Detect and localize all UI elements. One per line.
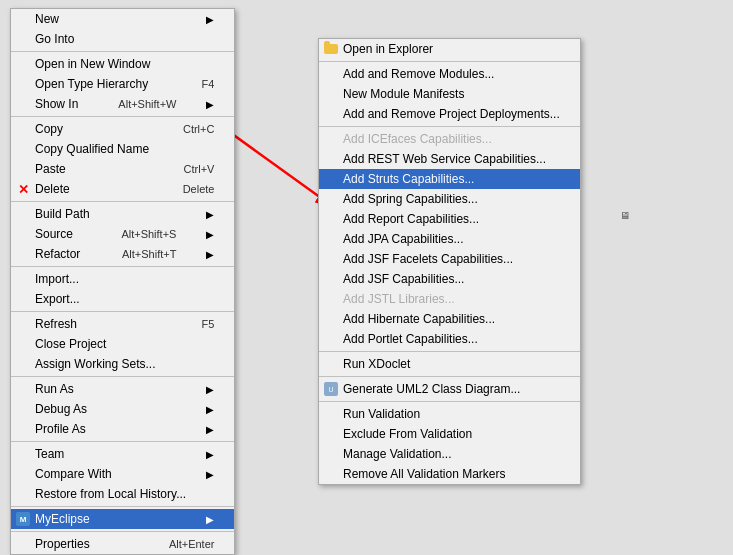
submenu-arrow-team: ▶ bbox=[206, 449, 214, 460]
submenu-arrow-new: ▶ bbox=[206, 14, 214, 25]
menu-item-close-project[interactable]: Close Project bbox=[11, 334, 234, 354]
menu-item-run-as[interactable]: Run As▶ bbox=[11, 379, 234, 399]
menu-item-myeclipse[interactable]: MMyEclipse▶ bbox=[11, 509, 234, 529]
menu-item-label-run-as: Run As bbox=[35, 382, 176, 396]
menu-item-new[interactable]: New▶ bbox=[11, 9, 234, 29]
submenu-arrow-refactor: ▶ bbox=[206, 249, 214, 260]
menu-item-assign-working-sets[interactable]: Assign Working Sets... bbox=[11, 354, 234, 374]
secondary-menu-item-add-report[interactable]: Add Report Capabilities... bbox=[319, 209, 580, 229]
secondary-menu-item-run-validation[interactable]: Run Validation bbox=[319, 404, 580, 424]
submenu-arrow-run-as: ▶ bbox=[206, 384, 214, 395]
secondary-context-menu: Open in ExplorerAdd and Remove Modules..… bbox=[318, 38, 581, 485]
secondary-menu-item-add-jpa[interactable]: Add JPA Capabilities... bbox=[319, 229, 580, 249]
menu-item-copy[interactable]: CopyCtrl+C bbox=[11, 119, 234, 139]
secondary-menu-item-new-module-manifests[interactable]: New Module Manifests bbox=[319, 84, 580, 104]
menu-item-label-open-new-window: Open in New Window bbox=[35, 57, 214, 71]
secondary-menu-item-label-add-rest: Add REST Web Service Capabilities... bbox=[343, 152, 560, 166]
secondary-menu-item-label-add-hibernate: Add Hibernate Capabilities... bbox=[343, 312, 560, 326]
menu-item-debug-as[interactable]: Debug As▶ bbox=[11, 399, 234, 419]
secondary-menu-item-exclude-validation[interactable]: Exclude From Validation bbox=[319, 424, 580, 444]
menu-item-refactor[interactable]: RefactorAlt+Shift+T▶ bbox=[11, 244, 234, 264]
secondary-menu-item-label-open-explorer: Open in Explorer bbox=[343, 42, 560, 56]
secondary-menu-item-label-add-struts: Add Struts Capabilities... bbox=[343, 172, 560, 186]
menu-item-label-debug-as: Debug As bbox=[35, 402, 176, 416]
menu-item-paste[interactable]: PasteCtrl+V bbox=[11, 159, 234, 179]
menu-item-label-new: New bbox=[35, 12, 176, 26]
menu-item-label-close-project: Close Project bbox=[35, 337, 214, 351]
secondary-menu-item-manage-validation[interactable]: Manage Validation... bbox=[319, 444, 580, 464]
secondary-menu-item-label-manage-validation: Manage Validation... bbox=[343, 447, 560, 461]
secondary-menu-item-add-jstl[interactable]: Add JSTL Libraries... bbox=[319, 289, 580, 309]
menu-shortcut-refactor: Alt+Shift+T bbox=[122, 248, 176, 260]
myeclipse-icon: M bbox=[15, 511, 31, 527]
secondary-menu-item-label-add-jpa: Add JPA Capabilities... bbox=[343, 232, 560, 246]
secondary-menu-item-add-remove-modules[interactable]: Add and Remove Modules... bbox=[319, 64, 580, 84]
secondary-menu-item-run-xdoclet[interactable]: Run XDoclet bbox=[319, 354, 580, 374]
menu-item-properties[interactable]: PropertiesAlt+Enter bbox=[11, 534, 234, 554]
menu-item-source[interactable]: SourceAlt+Shift+S▶ bbox=[11, 224, 234, 244]
menu-item-restore-local[interactable]: Restore from Local History... bbox=[11, 484, 234, 504]
secondary-menu-item-label-new-module-manifests: New Module Manifests bbox=[343, 87, 560, 101]
secondary-menu-item-add-jsf[interactable]: Add JSF Capabilities... bbox=[319, 269, 580, 289]
secondary-menu-item-label-add-portlet: Add Portlet Capabilities... bbox=[343, 332, 560, 346]
menu-item-label-open-type-hierarchy: Open Type Hierarchy bbox=[35, 77, 162, 91]
servers-label: 🖥 bbox=[620, 210, 634, 221]
menu-shortcut-delete: Delete bbox=[183, 183, 215, 195]
submenu-arrow-compare-with: ▶ bbox=[206, 469, 214, 480]
secondary-menu-item-label-add-report: Add Report Capabilities... bbox=[343, 212, 560, 226]
menu-item-label-paste: Paste bbox=[35, 162, 144, 176]
menu-item-label-delete: Delete bbox=[35, 182, 143, 196]
secondary-menu-item-label-add-jsf-facelets: Add JSF Facelets Capabilities... bbox=[343, 252, 560, 266]
separator-after-assign-working-sets bbox=[11, 376, 234, 377]
menu-item-label-myeclipse: MyEclipse bbox=[35, 512, 176, 526]
separator-after-restore-local bbox=[11, 506, 234, 507]
separator-after-show-in bbox=[11, 116, 234, 117]
menu-item-export[interactable]: Export... bbox=[11, 289, 234, 309]
secondary-menu-item-add-spring[interactable]: Add Spring Capabilities... bbox=[319, 189, 580, 209]
secondary-menu-item-remove-validation[interactable]: Remove All Validation Markers bbox=[319, 464, 580, 484]
menu-item-label-assign-working-sets: Assign Working Sets... bbox=[35, 357, 214, 371]
secondary-menu-item-add-rest[interactable]: Add REST Web Service Capabilities... bbox=[319, 149, 580, 169]
menu-item-label-source: Source bbox=[35, 227, 81, 241]
secondary-menu-item-label-add-icefaces: Add ICEfaces Capabilities... bbox=[343, 132, 560, 146]
menu-shortcut-copy: Ctrl+C bbox=[183, 123, 214, 135]
folder-icon bbox=[323, 41, 339, 57]
menu-item-import[interactable]: Import... bbox=[11, 269, 234, 289]
menu-shortcut-refresh: F5 bbox=[202, 318, 215, 330]
primary-context-menu: New▶Go IntoOpen in New WindowOpen Type H… bbox=[10, 8, 235, 555]
secondary-menu-item-label-remove-validation: Remove All Validation Markers bbox=[343, 467, 560, 481]
secondary-menu-item-generate-uml[interactable]: UGenerate UML2 Class Diagram... bbox=[319, 379, 580, 399]
secondary-menu-item-open-explorer[interactable]: Open in Explorer bbox=[319, 39, 580, 59]
secondary-menu-item-add-icefaces[interactable]: Add ICEfaces Capabilities... bbox=[319, 129, 580, 149]
menu-item-label-refresh: Refresh bbox=[35, 317, 162, 331]
menu-item-refresh[interactable]: RefreshF5 bbox=[11, 314, 234, 334]
separator-after-myeclipse bbox=[11, 531, 234, 532]
menu-item-delete[interactable]: ✕DeleteDelete bbox=[11, 179, 234, 199]
secondary-menu-item-label-run-xdoclet: Run XDoclet bbox=[343, 357, 560, 371]
menu-shortcut-show-in: Alt+Shift+W bbox=[118, 98, 176, 110]
menu-item-label-show-in: Show In bbox=[35, 97, 78, 111]
submenu-arrow-profile-as: ▶ bbox=[206, 424, 214, 435]
uml-icon: U bbox=[323, 381, 339, 397]
separator-after-delete bbox=[11, 201, 234, 202]
menu-item-go-into[interactable]: Go Into bbox=[11, 29, 234, 49]
menu-item-label-copy: Copy bbox=[35, 122, 143, 136]
menu-item-build-path[interactable]: Build Path▶ bbox=[11, 204, 234, 224]
menu-item-compare-with[interactable]: Compare With▶ bbox=[11, 464, 234, 484]
menu-item-label-import: Import... bbox=[35, 272, 214, 286]
menu-item-open-new-window[interactable]: Open in New Window bbox=[11, 54, 234, 74]
submenu-arrow-debug-as: ▶ bbox=[206, 404, 214, 415]
secondary-separator-after-run-xdoclet bbox=[319, 376, 580, 377]
menu-item-profile-as[interactable]: Profile As▶ bbox=[11, 419, 234, 439]
secondary-menu-item-add-portlet[interactable]: Add Portlet Capabilities... bbox=[319, 329, 580, 349]
separator-after-profile-as bbox=[11, 441, 234, 442]
secondary-menu-item-add-jsf-facelets[interactable]: Add JSF Facelets Capabilities... bbox=[319, 249, 580, 269]
menu-item-team[interactable]: Team▶ bbox=[11, 444, 234, 464]
menu-item-show-in[interactable]: Show InAlt+Shift+W▶ bbox=[11, 94, 234, 114]
menu-item-open-type-hierarchy[interactable]: Open Type HierarchyF4 bbox=[11, 74, 234, 94]
secondary-separator-after-open-explorer bbox=[319, 61, 580, 62]
secondary-menu-item-add-remove-deployments[interactable]: Add and Remove Project Deployments... bbox=[319, 104, 580, 124]
secondary-menu-item-add-struts[interactable]: Add Struts Capabilities... bbox=[319, 169, 580, 189]
secondary-menu-item-add-hibernate[interactable]: Add Hibernate Capabilities... bbox=[319, 309, 580, 329]
menu-item-copy-qualified[interactable]: Copy Qualified Name bbox=[11, 139, 234, 159]
